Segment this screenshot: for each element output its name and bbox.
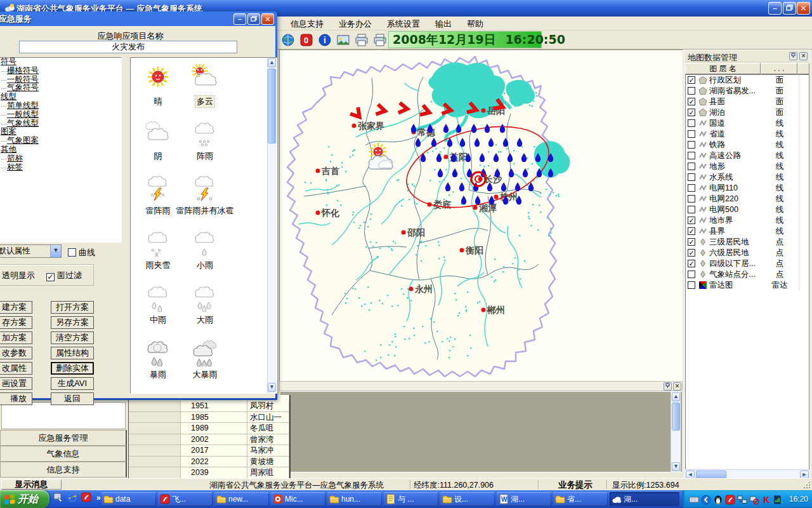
column-header-cut[interactable] — [797, 63, 809, 74]
weather-symbol-大暴雨[interactable] — [190, 337, 219, 366]
layer-visibility-checkbox[interactable] — [688, 206, 695, 213]
map-canvas[interactable]: 张家界岳阳常德益阳长沙株州湘潭娄底吉首怀化邵阳衡阳永州郴州 — [279, 50, 683, 381]
menu-item-3[interactable]: 输出 — [428, 17, 459, 30]
weather-symbol-雷阵雨并有冰雹[interactable] — [190, 173, 219, 203]
table-row[interactable]: 1951 凤羽村 — [129, 401, 289, 412]
taskbar-button-0[interactable]: data — [102, 492, 156, 506]
tray-network-icon[interactable] — [737, 495, 747, 504]
tray-qq-icon[interactable] — [713, 495, 723, 504]
taskbar-button-8[interactable]: 省... — [553, 492, 608, 506]
layer-row-雷达图[interactable]: 雷达图 雷达 — [686, 280, 809, 291]
taskbar-button-9[interactable]: 湖... — [610, 492, 679, 506]
button-返回[interactable]: 返回 — [51, 392, 94, 405]
stack-button-气象信息[interactable]: 气象信息 — [0, 446, 127, 462]
weather-symbol-雷阵雨[interactable] — [143, 173, 173, 203]
project-name-input[interactable]: 火灾发布 — [19, 41, 237, 53]
layer-visibility-checkbox[interactable] — [688, 87, 695, 95]
layer-visibility-checkbox[interactable] — [688, 173, 695, 181]
layer-visibility-checkbox[interactable] — [688, 119, 695, 127]
tree-item-其他[interactable]: 其他 — [0, 145, 121, 154]
layer-row-四级以下居...[interactable]: ✓ 四级以下居... 点 — [686, 258, 809, 269]
layer-visibility-checkbox[interactable] — [688, 163, 695, 170]
close-icon[interactable]: ✕ — [799, 52, 808, 60]
layer-row-电网500[interactable]: 电网500 线 — [686, 204, 809, 215]
weather-symbol-阴[interactable] — [143, 119, 173, 148]
button-删除实体[interactable]: 删除实体 — [51, 362, 94, 375]
button-属性结构[interactable]: 属性结构 — [51, 347, 94, 359]
dialog-close-button[interactable]: ✕ — [261, 13, 274, 25]
layer-row-六级居民地[interactable]: ✓ 六级居民地 点 — [686, 248, 809, 258]
tray-previous-icon[interactable] — [701, 495, 710, 504]
layer-row-高速公路[interactable]: 高速公路 线 — [686, 150, 809, 161]
transparent-checkbox[interactable]: 透明显示 — [2, 270, 35, 281]
weather-symbol-clipped[interactable] — [190, 392, 219, 394]
weather-symbol-clipped[interactable] — [143, 392, 173, 394]
layer-visibility-checkbox[interactable]: ✓ — [688, 109, 695, 116]
taskbar-button-2[interactable]: new... — [214, 492, 269, 506]
layer-row-省道[interactable]: 省道 线 — [686, 129, 809, 140]
layer-row-水系线[interactable]: 水系线 线 — [686, 172, 809, 183]
layer-row-气象站点分...[interactable]: 气象站点分... 点 — [686, 269, 809, 280]
layer-row-三级居民地[interactable]: ✓ 三级居民地 点 — [686, 237, 809, 248]
button-存方案[interactable]: 存方案 — [0, 316, 32, 329]
resize-grip[interactable] — [803, 481, 811, 489]
close-button[interactable]: ✕ — [797, 2, 810, 15]
layer-row-电网110[interactable]: 电网110 线 — [686, 183, 809, 194]
table-row[interactable]: 2022 黄坡塘 — [129, 457, 289, 468]
layer-row-县界[interactable]: ✓ 县界 线 — [686, 226, 809, 237]
tray-keyboard-icon[interactable] — [689, 495, 698, 504]
stack-button-应急服务管理[interactable]: 应急服务管理 — [0, 430, 127, 446]
weather-symbol-暴雨[interactable] — [143, 337, 173, 366]
weather-symbol-大雨[interactable] — [190, 283, 219, 312]
default-attr-combobox[interactable]: 改默认属性▼ — [0, 244, 62, 258]
table-row[interactable]: 2002 曾家湾 — [129, 434, 289, 446]
start-button[interactable]: 开始 — [0, 490, 49, 508]
layer-visibility-checkbox[interactable]: ✓ — [688, 260, 695, 267]
dialog-minimize-button[interactable]: – — [233, 13, 246, 25]
layer-row-铁路[interactable]: 铁路 线 — [686, 140, 809, 150]
layer-visibility-checkbox[interactable] — [688, 184, 695, 192]
tree-item-标签[interactable]: 标签 — [0, 163, 121, 172]
menu-item-2[interactable]: 系统设置 — [379, 17, 428, 30]
layer-row-湖泊[interactable]: ✓ 湖泊 面 — [686, 107, 809, 118]
tree-item-箭标[interactable]: 箭标 — [0, 154, 121, 163]
tray-antivirus-icon[interactable]: K — [761, 495, 771, 504]
taskbar-button-7[interactable]: W湖... — [497, 492, 551, 506]
tree-item-气象线型[interactable]: 气象线型 — [0, 119, 121, 128]
tree-item-简单线型[interactable]: 简单线型 — [0, 102, 121, 110]
layer-row-行政区划[interactable]: ✓ 行政区划 面 — [686, 75, 809, 86]
layer-visibility-checkbox[interactable] — [688, 271, 695, 278]
layer-visibility-checkbox[interactable]: ✓ — [688, 217, 695, 224]
layer-row-电网220[interactable]: 电网220 线 — [686, 194, 809, 204]
layer-row-地形[interactable]: 地形 线 — [686, 161, 809, 172]
tray-blocked-icon[interactable] — [749, 495, 759, 504]
globe-icon[interactable] — [280, 32, 296, 48]
tree-item-栅格符号[interactable]: 栅格符号 — [0, 67, 121, 76]
column-header-layer-name[interactable]: 图 层 名 — [685, 63, 761, 74]
layer-row-地市界[interactable]: ✓ 地市界 线 — [686, 215, 809, 226]
layer-visibility-checkbox[interactable]: ✓ — [688, 227, 695, 235]
menu-item-1[interactable]: 业务办公 — [331, 17, 379, 30]
table-row[interactable]: 2017 马家冲 — [129, 445, 289, 457]
column-header-type[interactable]: . . . — [761, 63, 797, 74]
menu-item-4[interactable]: 帮助 — [459, 17, 491, 30]
tree-item-一般线型[interactable]: 一般线型 — [0, 110, 121, 119]
station-table[interactable]: 1951 凤羽村 1985 水口山一厂 1989 冬瓜咀 2002 曾家湾 20… — [128, 395, 291, 478]
layer-visibility-checkbox[interactable]: ✓ — [688, 238, 695, 246]
ie-icon[interactable]: e — [67, 492, 79, 504]
tree-item-一般符号[interactable]: 一般符号 — [0, 76, 121, 84]
taskbar-button-6[interactable]: 设... — [440, 492, 495, 506]
table-row[interactable]: 1989 冬瓜咀 — [129, 423, 289, 434]
button-播放[interactable]: 播放 — [0, 392, 32, 405]
curve-checkbox[interactable]: 曲线 — [68, 247, 95, 258]
layer-visibility-checkbox[interactable] — [688, 152, 695, 159]
weather-symbol-雨夹雪[interactable] — [143, 228, 173, 257]
button-清空方案[interactable]: 清空方案 — [51, 331, 94, 344]
weather-panel-scrollbar[interactable]: ▲ ▼ — [267, 58, 277, 393]
button-画设置[interactable]: 画设置 — [0, 377, 32, 390]
face-filter-checkbox[interactable]: ✓面过滤 — [46, 270, 82, 281]
bottom-panel-scrollbar[interactable]: ▲ ▼ — [671, 392, 681, 472]
button-改参数[interactable]: 改参数 — [0, 347, 32, 359]
taskbar-button-1[interactable]: 飞... — [158, 492, 213, 506]
weather-symbol-阵雨[interactable] — [190, 119, 219, 148]
